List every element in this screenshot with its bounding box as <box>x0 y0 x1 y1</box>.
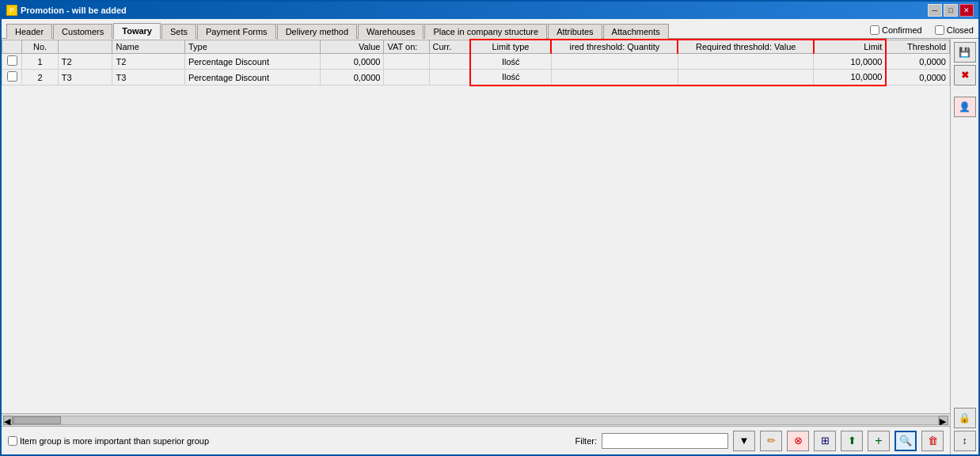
tab-payment-forms[interactable]: Payment Forms <box>197 24 276 39</box>
table-row[interactable]: 2 T3 T3 Percentage Discount <box>2 70 950 86</box>
row1-limit: 10,0000 <box>814 54 886 70</box>
row1-no: 1 <box>22 54 59 70</box>
confirmed-area: Confirmed Closed <box>870 25 974 38</box>
confirmed-checkbox[interactable] <box>870 25 879 35</box>
col-header-check <box>2 40 22 54</box>
row1-threshold: 0,0000 <box>886 54 949 70</box>
title-bar-left: P Promotion - will be added <box>6 5 127 16</box>
dropdown-btn[interactable]: ▼ <box>733 431 755 451</box>
row1-reqval <box>678 54 813 70</box>
main-window: P Promotion - will be added ─ □ ✕ Header… <box>0 0 980 456</box>
row1-limittype: Ilość <box>470 54 552 70</box>
row2-no: 2 <box>22 70 59 86</box>
row2-limit: 10,0000 <box>814 70 886 86</box>
row1-checkbox[interactable] <box>7 55 17 66</box>
row2-reqval <box>678 70 813 86</box>
tab-towary[interactable]: Towary <box>113 23 161 39</box>
row2-checkbox-cell[interactable] <box>2 70 22 86</box>
col-header-curr: Curr. <box>429 40 469 54</box>
delete-btn[interactable]: 🗑 <box>921 431 944 451</box>
col-header-limit: Limit <box>814 40 886 54</box>
upload-btn[interactable]: ⬆ <box>841 431 863 451</box>
item-group-checkbox[interactable] <box>8 436 17 446</box>
row2-checkbox[interactable] <box>7 71 17 82</box>
tabs-bar: Header Customers Towary Sets Payment For… <box>2 19 978 39</box>
row2-col1: T3 <box>58 70 112 86</box>
tab-sets[interactable]: Sets <box>161 24 196 39</box>
row2-value: 0,0000 <box>321 70 384 86</box>
closed-checkbox-label[interactable]: Closed <box>935 25 974 35</box>
col-header-reqval: Required threshold: Value <box>678 40 813 54</box>
row1-checkbox-cell[interactable] <box>2 54 22 70</box>
table-row[interactable]: 1 T2 T2 Percentage Discount <box>2 54 950 70</box>
scroll-track[interactable] <box>13 416 939 425</box>
confirmed-checkbox-label[interactable]: Confirmed <box>870 25 922 35</box>
row2-reqqty <box>551 70 678 86</box>
col-header-threshold: Threshold <box>886 40 949 54</box>
right-toolbar: 💾 ✖ 👤 🔒 ↕ <box>950 39 978 454</box>
col-header-value: Value <box>321 40 384 54</box>
window-title: Promotion - will be added <box>21 6 127 15</box>
tab-attachments[interactable]: Attachments <box>603 24 669 39</box>
tab-customers[interactable]: Customers <box>53 24 112 39</box>
title-controls: ─ □ ✕ <box>928 4 974 17</box>
row2-threshold: 0,0000 <box>886 70 949 86</box>
item-group-checkbox-label[interactable]: Item group is more important than superi… <box>8 436 209 446</box>
row1-reqqty <box>551 54 678 70</box>
add-btn[interactable]: + <box>868 431 890 451</box>
col-header-name: Name <box>112 40 184 54</box>
lock-button[interactable]: 🔒 <box>954 408 976 428</box>
scroll-left-btn[interactable]: ◀ <box>3 416 13 425</box>
arrow-down-button[interactable]: ↕ <box>954 431 976 451</box>
main-content: No. Name Type Value <box>2 39 978 454</box>
search-btn[interactable]: 🔍 <box>895 431 917 451</box>
minimize-button[interactable]: ─ <box>928 4 942 17</box>
download-btn[interactable]: ⊞ <box>814 431 836 451</box>
row1-curr <box>429 54 469 70</box>
scroll-thumb[interactable] <box>13 416 61 424</box>
scroll-right-btn[interactable]: ▶ <box>939 416 948 425</box>
title-bar: P Promotion - will be added ─ □ ✕ <box>2 2 978 19</box>
row2-name: T3 <box>112 70 184 86</box>
table-area: No. Name Type Value <box>2 39 950 454</box>
tab-delivery-method[interactable]: Delivery method <box>277 24 357 39</box>
row2-curr <box>429 70 469 86</box>
clear-btn[interactable]: ⊗ <box>787 431 809 451</box>
closed-checkbox[interactable] <box>935 25 944 35</box>
col-header-no: No. <box>22 40 59 54</box>
maximize-button[interactable]: □ <box>944 4 958 17</box>
bottom-bar: Item group is more important than superi… <box>2 426 950 454</box>
edit-btn[interactable]: ✏ <box>760 431 782 451</box>
window-icon: P <box>6 5 17 16</box>
filter-input[interactable] <box>602 433 728 449</box>
cancel-button[interactable]: ✖ <box>954 65 976 86</box>
col-header-reqqty: ired threshold: Quantity <box>551 40 678 54</box>
col-header-vat: VAT on: <box>384 40 429 54</box>
col-header-type: Type <box>184 40 320 54</box>
col-header-limittype: Limit type <box>470 40 552 54</box>
filter-label: Filter: <box>575 436 598 446</box>
tab-warehouses[interactable]: Warehouses <box>358 24 424 39</box>
row1-name: T2 <box>112 54 184 70</box>
row2-vat <box>384 70 429 86</box>
tab-place-company[interactable]: Place in company structure <box>424 24 547 39</box>
face-button[interactable]: 👤 <box>954 97 976 117</box>
horizontal-scrollbar[interactable]: ◀ ▶ <box>2 413 950 426</box>
row2-type: Percentage Discount <box>184 70 320 86</box>
col-header-col1 <box>58 40 112 54</box>
row1-value: 0,0000 <box>321 54 384 70</box>
close-button[interactable]: ✕ <box>959 4 974 17</box>
tab-attributes[interactable]: Attributes <box>548 24 602 39</box>
row2-limittype: Ilość <box>470 70 552 86</box>
row1-vat <box>384 54 429 70</box>
table-wrapper[interactable]: No. Name Type Value <box>2 39 950 413</box>
row1-col1: T2 <box>58 54 112 70</box>
row1-type: Percentage Discount <box>184 54 320 70</box>
tab-header[interactable]: Header <box>6 24 52 39</box>
save-button[interactable]: 💾 <box>954 42 976 63</box>
main-table: No. Name Type Value <box>2 39 950 86</box>
